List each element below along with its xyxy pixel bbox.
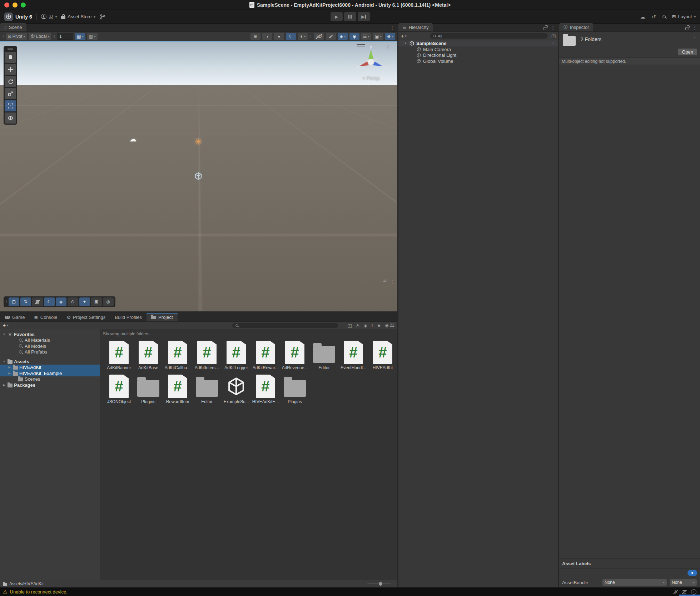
expander-icon[interactable] xyxy=(2,384,6,387)
tool-settings-overlay-button[interactable]: ⇅ xyxy=(20,297,31,306)
camera-settings-button[interactable]: ▣▾ xyxy=(373,33,383,40)
rotate-tool-button[interactable] xyxy=(5,76,16,87)
project-tree-item[interactable]: All Prefabs xyxy=(0,349,100,355)
grid-snap-overlay-button[interactable]: ▦ xyxy=(32,297,43,306)
background-tasks-icon[interactable]: ✓ xyxy=(691,589,696,595)
step-button[interactable]: ▶ xyxy=(358,12,370,21)
rect-tool-overlay-button[interactable]: ▢ xyxy=(9,297,19,306)
panel-menu-icon[interactable]: ⋮ xyxy=(551,25,555,30)
create-object-button[interactable]: +▾ xyxy=(401,33,407,39)
undo-history-icon[interactable]: ↺ xyxy=(652,14,656,20)
panel-menu-icon[interactable]: ⋮ xyxy=(692,25,697,30)
rendering-debug-button[interactable]: ◈▾ xyxy=(338,33,348,40)
project-tree-item[interactable]: HIVEAdKit_Example xyxy=(0,370,100,376)
handle-rotation-button[interactable]: Local▾ xyxy=(29,33,51,40)
particles-overlay-button[interactable]: ◈ xyxy=(56,297,66,306)
version-control-icon[interactable] xyxy=(100,14,105,20)
expander-icon[interactable] xyxy=(8,366,11,369)
expander-icon[interactable] xyxy=(2,360,6,363)
transform-tool-button[interactable] xyxy=(5,112,16,124)
overlays-button[interactable]: ☰▾ xyxy=(361,33,371,40)
zoom-window-button[interactable] xyxy=(21,2,26,7)
orientation-gizmo[interactable]: y x z < Persp xyxy=(354,44,388,81)
minimize-window-button[interactable] xyxy=(13,2,18,7)
scene-menu-icon[interactable]: ⋮ xyxy=(551,41,555,46)
asset-item[interactable]: # AdKitBase xyxy=(134,339,163,370)
lighting-overlay-button[interactable]: ☾ xyxy=(44,297,55,306)
create-asset-button[interactable]: +▾ xyxy=(3,322,9,328)
project-tree-item[interactable]: Favorites xyxy=(0,331,100,337)
effects-button[interactable]: ∗▾ xyxy=(298,33,308,40)
expander-icon[interactable] xyxy=(2,333,6,336)
status-bar[interactable]: ⚠ Unable to reconnect device. ※ ☰ ✓ xyxy=(0,587,700,596)
overlay-drag-handle[interactable] xyxy=(5,47,16,51)
scene-cube-gizmo[interactable] xyxy=(194,172,203,180)
asset-item[interactable]: # Plugins xyxy=(134,373,163,404)
shading-shaded-wireframe-button[interactable]: ◑▾ xyxy=(262,33,272,40)
grid-size-field[interactable] xyxy=(57,33,73,40)
thumbnail-size-slider[interactable] xyxy=(367,584,391,584)
navigation-overlay-button[interactable]: ◎ xyxy=(103,297,114,306)
scene-root-row[interactable]: SampleScene ⋮ xyxy=(398,40,558,46)
log-filter-icon[interactable]: ! xyxy=(371,323,373,328)
hierarchy-item[interactable]: Main Camera xyxy=(398,46,558,52)
asset-item[interactable]: # AdKitBanner xyxy=(104,339,134,370)
close-window-button[interactable] xyxy=(4,2,9,7)
project-tree-item[interactable]: All Materials xyxy=(0,337,100,344)
move-overlay-button[interactable]: + xyxy=(79,297,90,306)
asset-item[interactable]: # AdKitCallba... xyxy=(163,339,192,370)
panel-lock-icon[interactable] xyxy=(383,281,386,284)
asset-item[interactable]: # HIVEAdKitE... xyxy=(251,373,280,404)
project-tree-item[interactable]: HIVEAdKit xyxy=(0,365,100,371)
project-search[interactable] xyxy=(232,323,338,328)
shading-shaded-button[interactable]: ●▾ xyxy=(274,33,284,40)
search-icon[interactable] xyxy=(662,15,666,18)
project-search-input[interactable] xyxy=(240,323,335,327)
project-tree-item[interactable]: Assets xyxy=(0,359,100,365)
expander-icon[interactable] xyxy=(8,372,11,375)
directional-light-gizmo[interactable]: ☁ xyxy=(129,135,136,143)
asset-item[interactable]: # Editor xyxy=(309,339,339,370)
asset-item[interactable]: # AdKitRewar... xyxy=(251,339,280,370)
panel-menu-icon[interactable]: ⋮ xyxy=(390,279,394,285)
assetbundle-variant-dropdown[interactable]: None▾ xyxy=(670,579,697,586)
scale-tool-button[interactable] xyxy=(5,88,16,99)
snap-settings-button[interactable]: ▥▾ xyxy=(87,33,98,40)
cache-server-icon[interactable]: ☰ xyxy=(682,589,686,595)
unity-hub-button[interactable]: Unity 6 xyxy=(4,12,32,21)
projection-mode-label[interactable]: < Persp xyxy=(354,75,388,81)
debugger-detached-icon[interactable]: ※ xyxy=(674,589,677,595)
open-new-window-icon[interactable]: ◳ xyxy=(551,33,556,39)
bottom-panel-tab[interactable]: Console xyxy=(29,313,62,321)
bottom-panel-tab[interactable]: Project Settings xyxy=(62,313,110,321)
camera-preview-overlay-button[interactable]: ▣ xyxy=(91,297,102,306)
asset-store-menu[interactable]: Asset Store ▾ xyxy=(61,14,95,19)
panel-menu-icon[interactable]: ⋮ xyxy=(390,25,394,30)
grid-visibility-button[interactable]: ▦▾ xyxy=(75,33,85,40)
toolbar-drag-handle[interactable]: ‖ xyxy=(53,34,55,39)
gizmos-button[interactable]: ⊕▾ xyxy=(385,33,395,40)
open-new-window-icon[interactable]: ◳ xyxy=(347,323,352,328)
bottom-panel-tab[interactable]: Game xyxy=(0,313,29,321)
hierarchy-item[interactable]: Global Volume xyxy=(398,58,558,64)
asset-item[interactable]: # AdKitInters... xyxy=(192,339,222,370)
account-menu[interactable]: 김 ▾ xyxy=(41,14,57,20)
toolbar-drag-handle[interactable]: ‖ xyxy=(2,34,4,39)
asset-item[interactable]: # AdKitLogger xyxy=(222,339,251,370)
pivot-mode-button[interactable]: ⊡ Pivot▾ xyxy=(6,33,27,40)
packages-visibility-icon[interactable]: ♙ xyxy=(356,323,360,328)
asset-item[interactable]: # JSONObject xyxy=(104,373,134,404)
breadcrumb[interactable]: Assets/HIVEAdKit xyxy=(9,581,44,586)
project-tree-item[interactable]: Scenes xyxy=(0,376,100,382)
overlay-drag-handle[interactable]: ‖ xyxy=(5,300,8,304)
label-filter-icon[interactable]: ◈ xyxy=(364,323,367,328)
hidden-count-toggle[interactable]: ◉ 22 xyxy=(385,323,394,328)
play-button[interactable]: ▶ xyxy=(331,12,343,21)
asset-item[interactable]: # Editor xyxy=(192,373,222,404)
favorites-filter-icon[interactable]: ★ xyxy=(377,323,381,328)
header-menu-icon[interactable]: ⋮ xyxy=(692,35,697,40)
asset-item[interactable]: # AdRevenue... xyxy=(280,339,309,370)
scene-audio-button[interactable]: ♪▾ xyxy=(326,33,336,40)
scene-viewport[interactable]: ☀ ☁ y x z < Persp ‖ xyxy=(0,41,397,311)
scene-lighting-button[interactable]: ☾▾ xyxy=(286,33,296,40)
